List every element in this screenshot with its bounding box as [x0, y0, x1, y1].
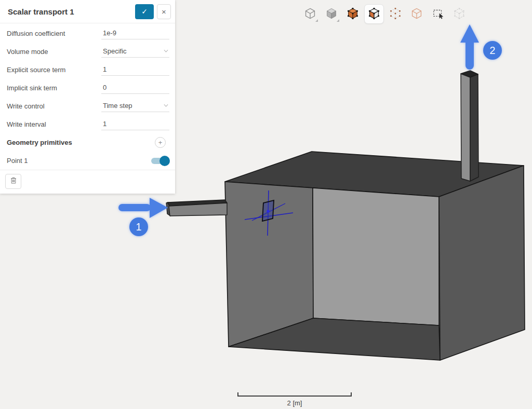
implicit-sink-term-input[interactable]: 0 [101, 83, 169, 94]
toolbar-button-select-wireframe[interactable] [407, 4, 427, 24]
geometry-primitives-heading: Geometry primitives [7, 139, 155, 146]
field-row-implicit-sink-term: Implicit sink term 0 [0, 79, 175, 97]
scalar-transport-panel: Scalar transport 1 ✓ × Diffusion coeffic… [0, 0, 175, 194]
field-row-write-interval: Write interval 1 [0, 115, 175, 133]
inlet-arrow [118, 198, 168, 218]
toolbar-button-view-wireframe-cube[interactable] [300, 4, 320, 24]
toggle-knob [159, 156, 170, 166]
chevron-down-icon [164, 48, 168, 52]
annotation-badge-2: 2 [483, 41, 502, 60]
panel-title: Scalar transport 1 [8, 7, 135, 16]
annotation-badge-1: 1 [129, 217, 148, 236]
outlet-pipe-left[interactable] [461, 74, 470, 181]
diffusion-coefficient-input[interactable]: 1e-9 [101, 28, 169, 39]
toolbar-button-select-volume-highlight[interactable] [364, 4, 384, 24]
field-label: Explicit source term [7, 66, 101, 74]
dropdown-corner-icon [315, 19, 318, 22]
panel-fields: Diffusion coefficient 1e-9 Volume mode S… [0, 23, 175, 170]
field-label: Volume mode [7, 48, 101, 56]
vertices-cube-icon [389, 7, 402, 22]
outlet-arrow [460, 24, 479, 70]
box-geometry [225, 152, 525, 360]
toolbar-button-hidden-geometry[interactable] [449, 4, 469, 24]
dropdown-corner-icon [337, 19, 339, 22]
explicit-source-term-input[interactable]: 1 [101, 64, 169, 76]
volume-mode-select[interactable]: Specific [101, 46, 169, 58]
outlet-pipe [461, 71, 478, 181]
trash-icon [9, 176, 18, 186]
field-label: Write control [7, 102, 101, 110]
primitive-row-point-1: Point 1 [0, 152, 175, 170]
close-button[interactable]: × [157, 4, 171, 19]
field-row-diffusion-coefficient: Diffusion coefficient 1e-9 [0, 24, 175, 43]
point-1-toggle[interactable] [151, 158, 169, 164]
selected-option: Time step [103, 102, 132, 110]
svg-text:2: 2 [489, 45, 495, 56]
toolbar-button-select-vertices[interactable] [385, 4, 405, 24]
panel-header: Scalar transport 1 ✓ × [0, 0, 175, 23]
write-control-select[interactable]: Time step [101, 101, 169, 112]
chevron-down-icon [164, 102, 168, 106]
highlight-cube-vertices-icon [367, 7, 381, 22]
faded-cube-icon [453, 7, 466, 22]
field-row-write-control: Write control Time step [0, 97, 175, 115]
outlet-pipe-right[interactable] [470, 74, 478, 181]
field-row-explicit-source-term: Explicit source term 1 [0, 61, 175, 79]
toolbar-button-select-volume-solid[interactable] [343, 4, 363, 24]
box-right-face[interactable] [439, 166, 525, 360]
panel-footer [0, 170, 175, 194]
box-select-cursor-icon [431, 7, 445, 22]
scale-bar: 2 [m] [238, 392, 351, 407]
inlet-pipe [166, 200, 227, 216]
selected-option: Specific [103, 47, 127, 55]
toolbar-button-view-solid-cube[interactable] [322, 4, 341, 24]
checkmark-icon: ✓ [141, 7, 148, 16]
field-label: Diffusion coefficient [7, 30, 101, 37]
view-selection-toolbar [300, 4, 469, 24]
write-interval-input[interactable]: 1 [101, 119, 169, 130]
field-label: Write interval [7, 120, 101, 128]
delete-button[interactable] [5, 174, 21, 189]
orange-wireframe-cube-icon [410, 7, 423, 22]
toolbar-button-box-select[interactable] [428, 4, 448, 24]
primitive-label: Point 1 [7, 157, 151, 165]
box-back-wall[interactable] [313, 188, 439, 325]
add-primitive-button[interactable]: + [155, 137, 166, 148]
svg-text:1: 1 [136, 221, 141, 233]
geometry-primitives-heading-row: Geometry primitives + [0, 133, 175, 152]
close-icon: × [162, 7, 166, 16]
orange-cube-vertices-icon [346, 7, 360, 22]
field-label: Implicit sink term [7, 84, 101, 92]
svg-text:2 [m]: 2 [m] [287, 399, 302, 407]
apply-button[interactable]: ✓ [135, 4, 154, 19]
field-row-volume-mode: Volume mode Specific [0, 43, 175, 61]
